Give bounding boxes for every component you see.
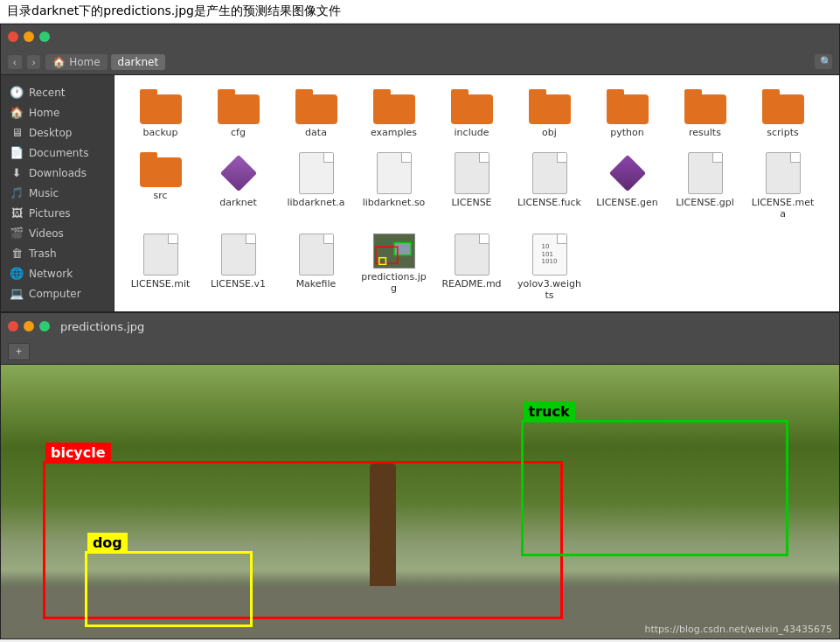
fm-content: backup cfg data (115, 75, 839, 311)
file-item-makefile[interactable]: Makefile (279, 228, 353, 306)
sidebar-item-desktop[interactable]: 🖥 Desktop (1, 122, 114, 143)
back-button[interactable]: ‹ (8, 55, 22, 69)
iv-maximize-button[interactable] (39, 321, 50, 331)
sidebar-item-label: Computer (29, 288, 81, 300)
file-name: README.md (441, 278, 501, 290)
iv-titlebar: predictions.jpg (1, 313, 839, 339)
image-viewer-window: predictions.jpg + bicycle truck (0, 312, 840, 639)
maximize-button[interactable] (39, 31, 50, 42)
file-item-libdarknet-a[interactable]: libdarknet.a (279, 147, 353, 225)
file-item-results[interactable]: results (668, 84, 742, 143)
prediction-scene: bicycle truck dog https://blog.csdn.net/… (1, 365, 839, 639)
executable-icon (221, 152, 256, 194)
file-name: libdarknet.so (363, 197, 426, 208)
file-name: scripts (767, 127, 798, 138)
file-item-license-fuck[interactable]: LICENSE.fuck (512, 147, 587, 225)
file-item-backup[interactable]: backup (123, 84, 198, 143)
text-file-icon (688, 152, 723, 194)
text-file-icon (143, 234, 178, 276)
file-item-license-meta[interactable]: LICENSE.meta (746, 147, 820, 225)
file-item-license-gpl[interactable]: LICENSE.gpl (668, 147, 742, 225)
iv-toolbar: + (1, 339, 839, 365)
file-item-scripts[interactable]: scripts (746, 84, 820, 143)
videos-icon: 🎬 (10, 227, 24, 240)
file-name: yolov3.weights (516, 278, 583, 301)
file-item-python[interactable]: python (590, 84, 664, 143)
breadcrumb-current[interactable]: darknet (111, 54, 166, 70)
downloads-icon: ⬇ (10, 166, 24, 179)
image-preview-icon (373, 234, 415, 269)
sidebar-item-network[interactable]: 🌐 Network (1, 263, 114, 283)
file-item-data[interactable]: data (279, 84, 353, 143)
search-button[interactable]: 🔍 (815, 54, 832, 69)
file-name: LICENSE.v1 (211, 278, 266, 290)
file-item-libdarknet-so[interactable]: libdarknet.so (357, 147, 431, 225)
file-name: Makefile (296, 278, 337, 290)
text-file-icon (455, 234, 489, 276)
file-name: cfg (231, 127, 246, 138)
sidebar-item-home[interactable]: 🏠 Home (1, 102, 114, 122)
file-item-license[interactable]: LICENSE (434, 147, 509, 225)
sidebar-item-documents[interactable]: 📄 Documents (1, 143, 114, 163)
sidebar-item-pictures[interactable]: 🖼 Pictures (1, 203, 114, 223)
watermark: https://blog.csdn.net/weixin_43435675 (644, 624, 832, 635)
fm-body: 🕐 Recent 🏠 Home 🖥 Desktop 📄 Documents ⬇ … (1, 75, 839, 311)
iv-add-button[interactable]: + (8, 343, 30, 360)
breadcrumb-home[interactable]: 🏠 Home (45, 54, 107, 70)
documents-icon: 📄 (10, 146, 24, 159)
file-manager-window: ‹ › 🏠 Home darknet 🔍 🕐 Recent 🏠 Home 🖥 D… (0, 24, 840, 312)
folder-icon (218, 89, 260, 124)
bbox-truck: truck (521, 420, 789, 557)
file-name: src (153, 190, 167, 201)
recent-icon: 🕐 (10, 86, 24, 99)
lib-file-icon (299, 152, 334, 194)
fm-titlebar (1, 24, 839, 49)
file-name: include (455, 127, 489, 138)
trash-icon: 🗑 (10, 247, 24, 260)
text-file-icon (455, 152, 489, 194)
file-item-examples[interactable]: examples (357, 84, 431, 143)
folder-icon (295, 89, 337, 124)
sidebar-item-trash[interactable]: 🗑 Trash (1, 243, 114, 263)
text-file-icon (299, 234, 334, 276)
file-item-src[interactable]: src (123, 147, 198, 225)
file-item-obj[interactable]: obj (512, 84, 587, 143)
sidebar-item-videos[interactable]: 🎬 Videos (1, 223, 114, 243)
fm-sidebar: 🕐 Recent 🏠 Home 🖥 Desktop 📄 Documents ⬇ … (1, 75, 115, 311)
file-item-darknet[interactable]: darknet (201, 147, 275, 225)
iv-minimize-button[interactable] (24, 321, 34, 331)
file-item-license-v1[interactable]: LICENSE.v1 (201, 228, 275, 306)
text-file-icon (221, 234, 256, 276)
folder-icon (762, 89, 804, 124)
file-item-readme[interactable]: README.md (434, 228, 509, 306)
sidebar-item-music[interactable]: 🎵 Music (1, 183, 114, 203)
pictures-icon: 🖼 (10, 206, 24, 220)
bicycle-label: bicycle (45, 443, 111, 463)
sidebar-item-downloads[interactable]: ⬇ Downloads (1, 163, 114, 183)
file-item-cfg[interactable]: cfg (201, 84, 275, 143)
close-button[interactable] (8, 31, 18, 42)
iv-close-button[interactable] (8, 321, 18, 331)
file-name: python (610, 127, 643, 138)
sidebar-item-label: Downloads (29, 167, 87, 179)
desktop-icon: 🖥 (10, 126, 24, 139)
file-item-predictions[interactable]: predictions.jpg (357, 228, 431, 306)
weights-file-icon: 101011010 (532, 234, 567, 276)
annotation-bar: 目录darknet下的predictions.jpg是产生的预测结果图像文件 (0, 0, 840, 24)
sidebar-item-label: Recent (29, 87, 65, 99)
minimize-button[interactable] (24, 31, 34, 42)
dog-label: dog (87, 533, 128, 553)
file-item-license-gen[interactable]: LICENSE.gen (590, 147, 664, 225)
file-item-include[interactable]: include (434, 84, 509, 143)
folder-icon (373, 89, 415, 124)
sidebar-item-label: Music (29, 187, 59, 199)
truck-label: truck (524, 401, 575, 422)
file-name: backup (143, 127, 178, 138)
sidebar-item-recent[interactable]: 🕐 Recent (1, 82, 114, 102)
forward-button[interactable]: › (27, 55, 41, 69)
file-item-yolov3[interactable]: 101011010 yolov3.weights (512, 228, 587, 306)
sidebar-item-computer[interactable]: 💻 Computer (1, 283, 114, 304)
sidebar-item-label: Documents (29, 147, 88, 159)
file-item-license-mit[interactable]: LICENSE.mit (123, 228, 198, 306)
music-icon: 🎵 (10, 186, 24, 199)
